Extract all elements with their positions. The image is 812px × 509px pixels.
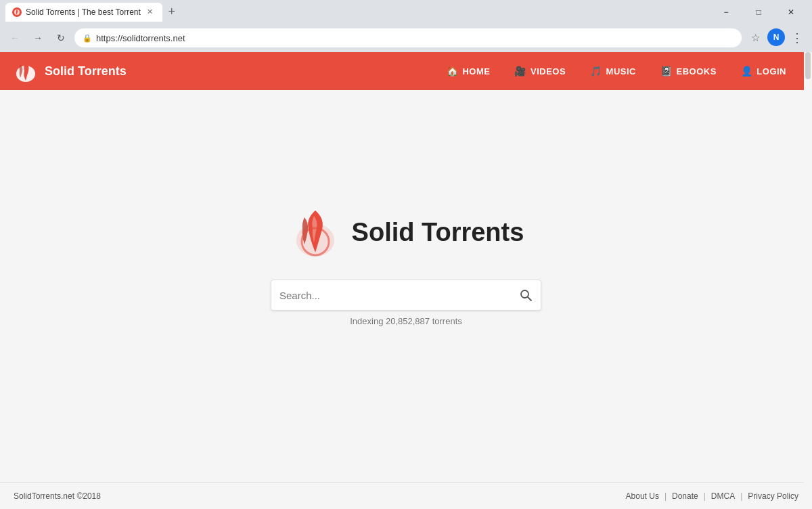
minimize-button[interactable]: − — [710, 1, 742, 23]
nav-ebooks[interactable]: 📓 EBOOKS — [648, 52, 729, 90]
hero-logo: Solid Torrents — [288, 205, 524, 259]
search-box[interactable] — [271, 280, 541, 311]
search-input[interactable] — [279, 290, 514, 301]
scrollbar-thumb[interactable] — [805, 52, 811, 79]
menu-button[interactable]: ⋮ — [788, 28, 807, 47]
nav-videos[interactable]: 🎥 VIDEOS — [502, 52, 578, 90]
indexing-text: Indexing 20,852,887 torrents — [350, 316, 462, 326]
footer-sep-2: | — [704, 491, 706, 501]
lock-icon: 🔒 — [83, 34, 92, 43]
site-logo-text: Solid Torrents — [45, 64, 127, 79]
footer-donate-link[interactable]: Donate — [672, 491, 698, 501]
site-wrapper: Solid Torrents 🏠 HOME 🎥 VIDEOS 🎵 MUSIC — [0, 52, 812, 509]
forward-button[interactable]: → — [28, 28, 47, 47]
site-main: Solid Torrents Indexing 20,852,887 torre… — [0, 90, 812, 482]
nav-login[interactable]: 👤 LOGIN — [729, 52, 798, 90]
footer-about-link[interactable]: About Us — [626, 491, 659, 501]
active-tab[interactable]: Solid Torrents | The best Torrent ✕ — [5, 3, 162, 22]
site-footer: SolidTorrents.net ©2018 About Us | Donat… — [0, 482, 812, 509]
search-area: Indexing 20,852,887 torrents — [271, 280, 541, 326]
star-button[interactable]: ☆ — [746, 28, 765, 47]
footer-privacy-link[interactable]: Privacy Policy — [748, 491, 798, 501]
hero-logo-text: Solid Torrents — [352, 218, 524, 247]
address-bar-actions: ☆ N ⋮ — [746, 28, 807, 47]
svg-line-5 — [528, 297, 531, 301]
music-icon: 🎵 — [590, 66, 602, 76]
login-icon: 👤 — [741, 66, 753, 76]
new-tab-button[interactable]: + — [162, 3, 181, 22]
page-content: Solid Torrents 🏠 HOME 🎥 VIDEOS 🎵 MUSIC — [0, 52, 812, 509]
nav-music[interactable]: 🎵 MUSIC — [578, 52, 648, 90]
site-nav-links: 🏠 HOME 🎥 VIDEOS 🎵 MUSIC 📓 EBOOKS — [434, 52, 798, 90]
browser-frame: Solid Torrents | The best Torrent ✕ + − … — [0, 0, 812, 509]
maximize-button[interactable]: □ — [743, 1, 774, 23]
back-button[interactable]: ← — [5, 28, 24, 47]
window-controls: − □ ✕ — [710, 1, 807, 23]
footer-links: About Us | Donate | DMCA | Privacy Polic… — [626, 491, 798, 501]
svg-point-4 — [521, 290, 528, 298]
url-bar[interactable]: 🔒 https://solidtorrents.net — [74, 28, 742, 47]
tab-favicon — [12, 7, 22, 17]
footer-dmca-link[interactable]: DMCA — [711, 491, 735, 501]
user-avatar[interactable]: N — [767, 28, 785, 46]
scrollbar[interactable] — [804, 52, 812, 509]
tab-title: Solid Torrents | The best Torrent — [26, 7, 141, 17]
tab-close-button[interactable]: ✕ — [145, 7, 156, 18]
site-nav: Solid Torrents 🏠 HOME 🎥 VIDEOS 🎵 MUSIC — [0, 52, 812, 90]
footer-copyright: SolidTorrents.net ©2018 — [14, 491, 626, 501]
reload-button[interactable]: ↻ — [51, 28, 70, 47]
nav-home[interactable]: 🏠 HOME — [434, 52, 503, 90]
title-bar: Solid Torrents | The best Torrent ✕ + − … — [0, 0, 812, 24]
site-logo-area: Solid Torrents — [14, 59, 434, 83]
site-logo-icon — [14, 59, 38, 83]
footer-sep-3: | — [740, 491, 742, 501]
address-bar: ← → ↻ 🔒 https://solidtorrents.net ☆ N ⋮ — [0, 24, 812, 52]
close-button[interactable]: ✕ — [775, 1, 807, 23]
home-icon: 🏠 — [447, 66, 459, 76]
video-icon: 🎥 — [514, 66, 526, 76]
tab-bar: Solid Torrents | The best Torrent ✕ + — [5, 3, 708, 22]
hero-logo-icon — [288, 205, 342, 259]
footer-sep-1: | — [664, 491, 667, 501]
search-icon[interactable] — [519, 288, 533, 302]
ebook-icon: 📓 — [660, 66, 673, 76]
url-text: https://solidtorrents.net — [96, 33, 734, 43]
